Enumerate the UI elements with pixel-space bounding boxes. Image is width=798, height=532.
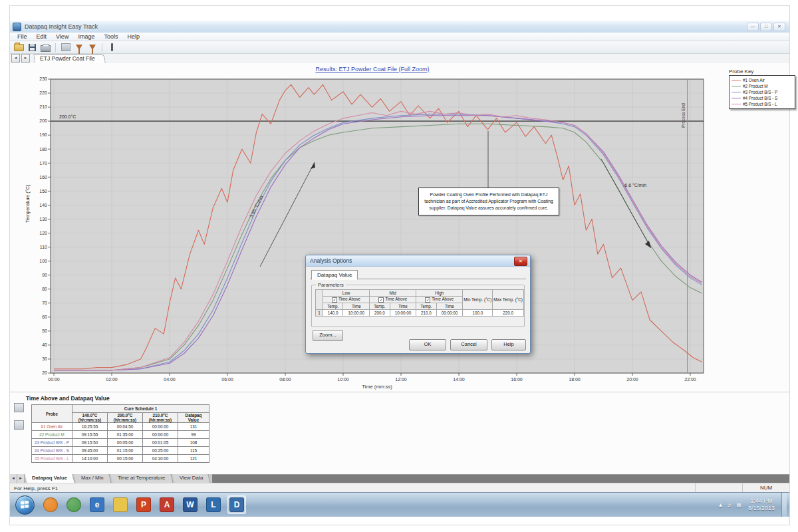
show-desktop-button[interactable] xyxy=(781,493,787,517)
dialog-close-icon[interactable]: ✕ xyxy=(514,257,527,266)
volume-icon[interactable]: ♬ xyxy=(727,502,732,508)
row-selector[interactable]: 1 xyxy=(316,310,323,317)
dialog-tab-datapaq-value[interactable]: Datapaq Value xyxy=(311,270,358,280)
menu-edit[interactable]: Edit xyxy=(32,33,52,40)
print-table-icon[interactable] xyxy=(14,403,24,412)
value-cell: 14:10:00 xyxy=(72,455,108,463)
menu-file[interactable]: File xyxy=(13,33,32,40)
probe-name-cell: #2 Product M xyxy=(32,431,72,439)
table-row[interactable]: #4 Product B/S - S09:45:0001:15:0000:25:… xyxy=(32,447,209,455)
value-cell: 131 xyxy=(178,423,209,431)
value-cell: 16:25:55 xyxy=(72,423,108,431)
results-tab-datapaq-value[interactable]: Datapaq Value xyxy=(25,474,75,483)
svg-text:04:00: 04:00 xyxy=(164,377,176,382)
help-button[interactable]: Help xyxy=(491,339,526,350)
svg-text:30: 30 xyxy=(42,356,47,361)
mid-time-field[interactable]: 10:00:00 xyxy=(390,310,416,317)
app-icon xyxy=(13,23,21,31)
high-temp-field[interactable]: 210.0 xyxy=(416,310,436,317)
open-icon[interactable] xyxy=(14,43,24,52)
value-cell: 00:00:00 xyxy=(143,431,178,439)
legend-label: #5 Product B/S - L xyxy=(743,102,777,106)
tab-scroll-left-icon[interactable]: ◄ xyxy=(11,54,20,63)
taskbar-app-internet-explorer-icon[interactable]: e xyxy=(88,495,106,514)
time-above-table: Probe Cure Schedule 1 140.0°C(hh:mm:ss)2… xyxy=(31,404,209,463)
value-cell: 09:45:00 xyxy=(72,447,108,455)
dialog-titlebar[interactable]: Analysis Options xyxy=(306,255,530,267)
minimize-button[interactable]: — xyxy=(747,23,759,31)
table-row[interactable]: #3 Product B/S - P09:15:5000:05:0000:01:… xyxy=(32,439,209,447)
tab-scroll-right-icon[interactable]: ► xyxy=(21,54,30,63)
datapaq-value-column-header: DatapaqValue xyxy=(178,413,209,423)
funnel-review-icon[interactable] xyxy=(74,43,84,52)
time-above-checkbox-high[interactable]: ✓ xyxy=(425,297,430,303)
menu-tools[interactable]: Tools xyxy=(99,33,122,40)
svg-text:60: 60 xyxy=(42,315,47,319)
svg-text:90: 90 xyxy=(42,273,47,277)
network-icon[interactable]: ▦ xyxy=(736,502,741,508)
tab-strip-filler xyxy=(212,474,789,483)
taskbar-app-word-icon[interactable]: W xyxy=(181,495,200,514)
dialog-title: Analysis Options xyxy=(310,257,352,264)
menu-view[interactable]: View xyxy=(51,33,73,40)
results-tab-next-icon[interactable]: ► xyxy=(17,474,25,483)
table-row[interactable]: #2 Product M09:15:5501:35:0000:00:0099 xyxy=(32,431,209,439)
taskbar-clock[interactable]: 1:44 PM 8/15/2013 xyxy=(748,497,775,513)
value-cell: 09:15:50 xyxy=(72,439,108,447)
results-tab-max-min[interactable]: Max / Min xyxy=(74,474,112,483)
legend-label: #3 Product B/S - P xyxy=(743,90,777,94)
results-tab-time-at-temperature[interactable]: Time at Temperature xyxy=(110,474,173,483)
ok-button[interactable]: OK xyxy=(409,339,446,350)
show-hidden-icons-icon[interactable]: ▲ xyxy=(718,502,723,508)
svg-text:210: 210 xyxy=(39,104,47,109)
svg-text:180: 180 xyxy=(39,147,47,152)
document-tab[interactable]: ETJ Powder Coat File xyxy=(33,54,106,63)
export-icon[interactable] xyxy=(61,43,70,52)
probe-name-cell: #4 Product B/S - S xyxy=(32,447,72,455)
max-temp-field[interactable]: 220.0 xyxy=(493,310,524,317)
copy-table-icon[interactable] xyxy=(14,420,24,430)
close-button[interactable]: ✕ xyxy=(773,23,785,31)
min-temp-field[interactable]: 100.0 xyxy=(463,310,493,317)
funnel-setup-icon[interactable] xyxy=(87,43,97,52)
status-message: For Help, press F1 xyxy=(10,485,695,491)
taskbar-app-labview-icon[interactable]: L xyxy=(204,495,223,514)
results-tab-view-data[interactable]: View Data xyxy=(172,474,211,483)
taskbar-app-media-player-icon[interactable] xyxy=(65,495,83,514)
parameters-group: Parameters Low Mid High Min Temp. (°C) M… xyxy=(311,285,525,327)
table-row[interactable]: #5 Product B/S - L14:10:0000:15:0004:10:… xyxy=(32,455,209,463)
menu-help[interactable]: Help xyxy=(122,33,144,40)
mid-temp-field[interactable]: 200.0 xyxy=(370,310,390,317)
low-temp-field[interactable]: 140.0 xyxy=(323,310,343,317)
start-button[interactable] xyxy=(15,495,35,515)
svg-text:40: 40 xyxy=(42,342,47,347)
results-tab-prev-icon[interactable]: ◄ xyxy=(10,474,17,483)
high-time-field[interactable]: 00:00:00 xyxy=(436,310,463,317)
taskbar-app-firefox-icon[interactable] xyxy=(41,495,60,514)
legend-swatch xyxy=(732,104,741,104)
taskbar-app-acrobat-icon[interactable]: A xyxy=(158,495,176,514)
time-above-checkbox-low[interactable]: ✓ xyxy=(332,297,337,303)
results-panel: Time Above and Datapaq Value Probe Cure … xyxy=(10,392,789,475)
low-time-field[interactable]: 10:00:00 xyxy=(343,310,370,317)
save-icon[interactable] xyxy=(27,43,37,52)
taskbar-app-powerpoint-icon[interactable]: P xyxy=(134,495,153,514)
taskbar-app-datapaq-insight-icon[interactable]: D xyxy=(227,495,246,514)
taskbar-app-folder-explorer-icon[interactable] xyxy=(111,495,130,514)
probe-name-cell: #5 Product B/S - L xyxy=(32,455,72,463)
time-above-checkbox-mid[interactable]: ✓ xyxy=(378,297,384,303)
table-row[interactable]: #1 Oven Air16:25:5500:04:5000:00:00131 xyxy=(32,423,209,431)
probe-icon[interactable] xyxy=(107,43,117,52)
zoom-button[interactable]: Zoom... xyxy=(313,330,343,341)
status-bar: For Help, press F1 NUM xyxy=(10,483,789,493)
analysis-options-dialog: Analysis Options ✕ Datapaq Value Paramet… xyxy=(305,255,531,354)
svg-text:50: 50 xyxy=(42,329,47,333)
maximize-button[interactable]: □ xyxy=(760,23,772,31)
print-icon[interactable] xyxy=(41,43,51,52)
col-group-low: Low xyxy=(323,290,370,297)
col-group-mid: Mid xyxy=(370,290,416,297)
menu-image[interactable]: Image xyxy=(73,33,99,40)
cancel-button[interactable]: Cancel xyxy=(450,339,487,350)
ramp-down-annotation: -6.6 °C/min xyxy=(623,183,646,188)
value-cell: 01:15:00 xyxy=(108,447,143,455)
